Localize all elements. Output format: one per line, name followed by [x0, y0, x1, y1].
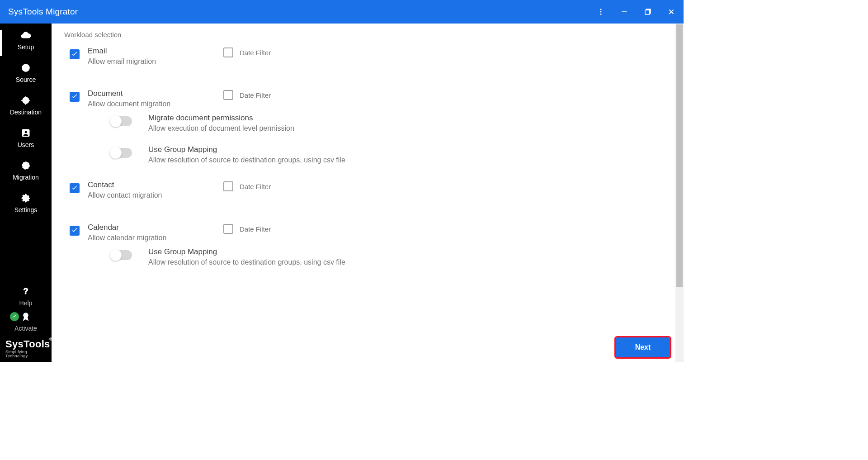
sidebar-footer-brand: SysTools® Simplifying Technology	[0, 337, 52, 362]
checkbox-document[interactable]	[70, 92, 80, 102]
svg-text:?: ?	[24, 287, 28, 296]
workload-email: Email Allow email migration Date Filter	[70, 47, 665, 66]
workload-desc: Allow email migration	[88, 57, 223, 66]
minimize-icon[interactable]	[620, 8, 628, 16]
svg-point-13	[24, 313, 28, 318]
workload-document: Document Allow document migration Date F…	[70, 89, 665, 108]
workload-title: Document	[88, 89, 223, 98]
next-button[interactable]: Next	[616, 337, 670, 357]
sidebar-item-activate[interactable]: Activate	[0, 308, 52, 337]
sidebar-item-label: Destination	[10, 109, 42, 116]
sidebar-item-help[interactable]: ? Help	[0, 280, 52, 308]
svg-rect-3	[622, 11, 627, 12]
subopt-doc-permissions: Migrate document permissions Allow execu…	[111, 114, 665, 133]
date-filter-label: Date Filter	[240, 91, 271, 99]
checkbox-contact[interactable]	[70, 183, 80, 193]
titlebar: SysTools Migrator	[0, 0, 684, 24]
svg-point-8	[25, 100, 27, 101]
workload-contact: Contact Allow contact migration Date Fil…	[70, 180, 665, 199]
scrollbar[interactable]	[675, 24, 684, 362]
svg-point-1	[600, 11, 602, 13]
sidebar-item-settings[interactable]: Settings	[0, 186, 52, 219]
checkbox-calendar[interactable]	[70, 226, 80, 236]
check-badge-icon	[10, 312, 19, 321]
sidebar-item-destination[interactable]: Destination	[0, 89, 52, 121]
maximize-icon[interactable]	[644, 8, 652, 16]
sidebar-item-migration[interactable]: Migration	[0, 154, 52, 186]
workload-desc: Allow document migration	[88, 100, 223, 108]
app-title: SysTools Migrator	[8, 7, 78, 17]
svg-point-0	[600, 9, 602, 10]
sidebar-item-label: Settings	[14, 206, 38, 213]
scrollbar-thumb[interactable]	[676, 24, 683, 287]
sidebar-item-label: Source	[16, 76, 36, 83]
cloud-icon	[20, 30, 31, 41]
ribbon-icon	[20, 311, 31, 322]
subopt-title: Use Group Mapping	[148, 247, 345, 256]
history-icon	[20, 160, 31, 171]
svg-point-2	[600, 14, 602, 15]
svg-rect-5	[645, 10, 650, 14]
sidebar-item-label: Users	[18, 141, 34, 148]
checkbox-date-filter-contact[interactable]	[223, 181, 233, 191]
workload-desc: Allow contact migration	[88, 191, 223, 199]
sidebar-item-users[interactable]: Users	[0, 121, 52, 154]
toggle-cal-groupmap[interactable]	[111, 250, 132, 260]
sidebar-item-source[interactable]: Source	[0, 56, 52, 89]
toggle-doc-permissions[interactable]	[111, 116, 132, 126]
date-filter-label: Date Filter	[240, 225, 271, 233]
gear-icon	[20, 193, 31, 204]
workload-title: Calendar	[88, 223, 223, 232]
date-filter-label: Date Filter	[240, 49, 271, 57]
subopt-desc: Allow execution of document level permis…	[148, 124, 294, 133]
subopt-doc-groupmap: Use Group Mapping Allow resolution of so…	[111, 145, 665, 164]
date-filter-label: Date Filter	[240, 183, 271, 190]
more-icon[interactable]	[597, 8, 605, 16]
sidebar-item-label: Migration	[13, 174, 39, 181]
main-content: Workload selection Email Allow email mig…	[52, 24, 684, 362]
toggle-doc-groupmap[interactable]	[111, 148, 132, 158]
subopt-title: Use Group Mapping	[148, 145, 345, 154]
users-icon	[20, 128, 31, 138]
subopt-desc: Allow resolution of source to destinatio…	[148, 258, 345, 266]
brand-tagline: Simplifying Technology	[5, 350, 48, 358]
checkbox-email[interactable]	[70, 49, 80, 59]
target-icon	[20, 95, 31, 106]
checkbox-date-filter-email[interactable]	[223, 47, 233, 57]
close-icon[interactable]	[667, 8, 675, 16]
sidebar-item-label: Setup	[18, 43, 34, 51]
checkbox-date-filter-document[interactable]	[223, 90, 233, 100]
subopt-cal-groupmap: Use Group Mapping Allow resolution of so…	[111, 247, 665, 266]
workload-title: Email	[88, 47, 223, 56]
calendar-suboptions: Use Group Mapping Allow resolution of so…	[111, 247, 665, 266]
workload-desc: Allow calendar migration	[88, 234, 223, 242]
source-icon	[20, 62, 31, 73]
sidebar-item-setup[interactable]: Setup	[0, 24, 52, 56]
workload-title: Contact	[88, 180, 223, 190]
svg-point-10	[24, 131, 27, 133]
document-suboptions: Migrate document permissions Allow execu…	[111, 114, 665, 164]
subopt-desc: Allow resolution of source to destinatio…	[148, 156, 345, 164]
sidebar-item-label: Activate	[14, 325, 37, 332]
subopt-title: Migrate document permissions	[148, 114, 294, 123]
section-title: Workload selection	[52, 24, 684, 38]
workload-calendar: Calendar Allow calendar migration Date F…	[70, 223, 665, 242]
brand-name: SysTools	[5, 338, 50, 350]
sidebar-item-label: Help	[19, 299, 33, 307]
help-icon: ?	[20, 286, 31, 297]
sidebar: Setup Source Destination Users Migration…	[0, 24, 52, 362]
checkbox-date-filter-calendar[interactable]	[223, 224, 233, 234]
